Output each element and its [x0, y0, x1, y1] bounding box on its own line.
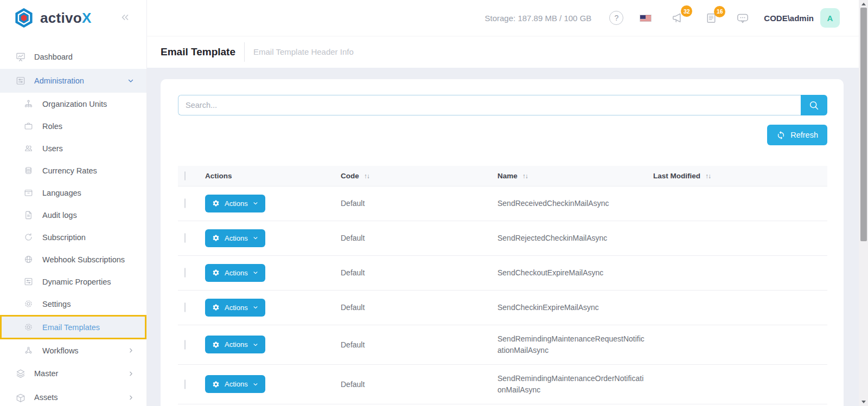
sidebar-item-organization-units[interactable]: Organization Units	[0, 93, 146, 115]
sidebar: activoX Dashboard Administration Organ	[0, 0, 146, 406]
name-cell: SendReceivedCheckinMailAsync	[497, 198, 645, 209]
sort-icon: ↑↓	[705, 172, 711, 180]
sidebar-item-label: Workflows	[42, 346, 79, 355]
gear-icon	[212, 304, 220, 311]
chevron-down-icon	[253, 201, 258, 206]
sidebar-item-settings[interactable]: Settings	[0, 293, 146, 315]
table-body: Actions Default SendReceivedCheckinMailA…	[178, 186, 827, 404]
chevron-down-icon	[253, 305, 258, 310]
languages-icon	[23, 188, 34, 198]
sidebar-item-dashboard[interactable]: Dashboard	[0, 45, 146, 69]
table-row: Actions Default SendReceivedCheckinMailA…	[178, 186, 827, 221]
code-cell: Default	[341, 255, 497, 290]
vertical-scrollbar[interactable]	[859, 0, 868, 406]
scrollbar-thumb[interactable]	[860, 8, 867, 241]
chat-button[interactable]	[736, 11, 750, 25]
sidebar-item-languages[interactable]: Languages	[0, 182, 146, 204]
table-row: Actions Default SendRemindingMaintenance…	[178, 364, 827, 404]
brand-hexagon-logo-icon	[13, 7, 35, 29]
name-cell: SendCheckinExpireMailAsync	[497, 302, 645, 313]
users-icon	[23, 143, 34, 154]
row-checkbox[interactable]	[184, 340, 186, 350]
row-actions-button[interactable]: Actions	[205, 375, 265, 393]
sidebar-item-roles[interactable]: Roles	[0, 115, 146, 137]
sidebar-item-label: Settings	[42, 300, 71, 308]
chevron-down-icon	[253, 382, 258, 387]
sidebar-item-users[interactable]: Users	[0, 137, 146, 159]
column-header-name[interactable]: Name↑↓	[497, 166, 653, 186]
sidebar-item-audit-logs[interactable]: Audit logs	[0, 204, 146, 226]
actions-button-label: Actions	[225, 340, 248, 349]
page-subtitle: Email Template Header Info	[253, 47, 354, 56]
table-row: Actions Default SendRemindingMaintenance…	[178, 325, 827, 364]
sidebar-item-webhook-subscriptions[interactable]: Webhook Subscriptions	[0, 248, 146, 270]
chevron-right-icon	[127, 347, 135, 354]
logo-row: activoX	[0, 0, 146, 36]
row-actions-button[interactable]: Actions	[205, 229, 265, 247]
page-title: Email Template	[161, 46, 235, 58]
actions-button-label: Actions	[225, 234, 248, 242]
sidebar-item-currency-rates[interactable]: Currency Rates	[0, 159, 146, 182]
assets-box-icon	[15, 392, 26, 403]
sidebar-item-label: Dynamic Properties	[42, 278, 111, 286]
last-modified-cell	[653, 364, 827, 404]
sidebar-item-subscription[interactable]: Subscription	[0, 226, 146, 248]
code-cell: Default	[341, 290, 497, 325]
refresh-button[interactable]: Refresh	[767, 125, 827, 145]
current-user-label[interactable]: CODE\admin	[764, 14, 814, 23]
sidebar-item-email-templates[interactable]: Email Templates	[0, 315, 146, 339]
sidebar-item-dynamic-properties[interactable]: Dynamic Properties	[0, 270, 146, 293]
help-button[interactable]: ?	[609, 11, 623, 25]
language-selector[interactable]	[640, 15, 652, 22]
user-avatar[interactable]: A	[820, 8, 840, 28]
sidebar-item-label: Assets	[34, 393, 58, 402]
row-actions-button[interactable]: Actions	[205, 336, 265, 353]
scrollbar-up-arrow-icon[interactable]	[861, 3, 866, 5]
actions-button-label: Actions	[225, 380, 248, 388]
sidebar-item-label: Subscription	[42, 233, 86, 242]
row-checkbox[interactable]	[184, 302, 186, 312]
column-header-last-modified[interactable]: Last Modified↑↓	[653, 166, 827, 186]
last-modified-cell	[653, 186, 827, 221]
row-checkbox[interactable]	[184, 198, 186, 208]
scrollbar-down-arrow-icon[interactable]	[861, 401, 866, 403]
select-all-checkbox[interactable]	[184, 171, 186, 181]
brand-name: activoX	[40, 10, 92, 27]
row-checkbox[interactable]	[184, 268, 186, 278]
row-actions-button[interactable]: Actions	[205, 264, 265, 282]
search-button[interactable]	[801, 95, 827, 115]
search-input[interactable]	[178, 95, 801, 115]
sidebar-item-master[interactable]: Master	[0, 362, 146, 385]
column-header-code[interactable]: Code↑↓	[341, 166, 497, 186]
actions-button-label: Actions	[225, 304, 248, 312]
refresh-icon	[776, 131, 786, 140]
name-cell: SendRejectedCheckinMailAsync	[497, 233, 645, 244]
sidebar-item-administration[interactable]: Administration	[0, 69, 146, 93]
sidebar-item-label: Languages	[42, 189, 81, 197]
sidebar-item-label: Dashboard	[34, 53, 73, 61]
chevron-down-icon	[253, 270, 258, 275]
code-cell: Default	[341, 364, 497, 404]
email-templates-table: Actions Code↑↓ Name↑↓ Last Modified↑↓ Ac…	[178, 166, 827, 404]
column-header-actions: Actions	[205, 166, 341, 186]
sidebar-item-assets[interactable]: Assets	[0, 385, 146, 406]
sidebar-item-workflows[interactable]: Workflows	[0, 339, 146, 362]
sidebar-item-label: Email Templates	[42, 323, 100, 332]
row-actions-button[interactable]: Actions	[205, 195, 265, 212]
name-cell: SendCheckoutExpireMailAsync	[497, 267, 645, 279]
table-row: Actions Default SendCheckinExpireMailAsy…	[178, 290, 827, 325]
audit-logs-icon	[23, 210, 34, 221]
sidebar-item-label: Roles	[42, 122, 62, 131]
sidebar-collapse-icon[interactable]	[119, 12, 130, 23]
sidebar-item-label: Audit logs	[42, 211, 77, 220]
row-checkbox[interactable]	[184, 379, 186, 389]
last-modified-cell	[653, 221, 827, 255]
chevron-right-icon	[127, 394, 135, 401]
row-checkbox[interactable]	[184, 233, 186, 243]
content-area: Refresh Actions Code↑↓ Name↑↓ Last Modif…	[146, 68, 859, 406]
announcements-button[interactable]: 32	[671, 11, 685, 25]
row-actions-button[interactable]: Actions	[205, 299, 265, 317]
name-cell: SendRemindingMaintenanceOrderNotificatio…	[497, 373, 645, 396]
topbar: Storage: 187.89 MB / 100 GB ? 32 16 CODE…	[146, 0, 859, 36]
documents-button[interactable]: 16	[705, 11, 718, 25]
